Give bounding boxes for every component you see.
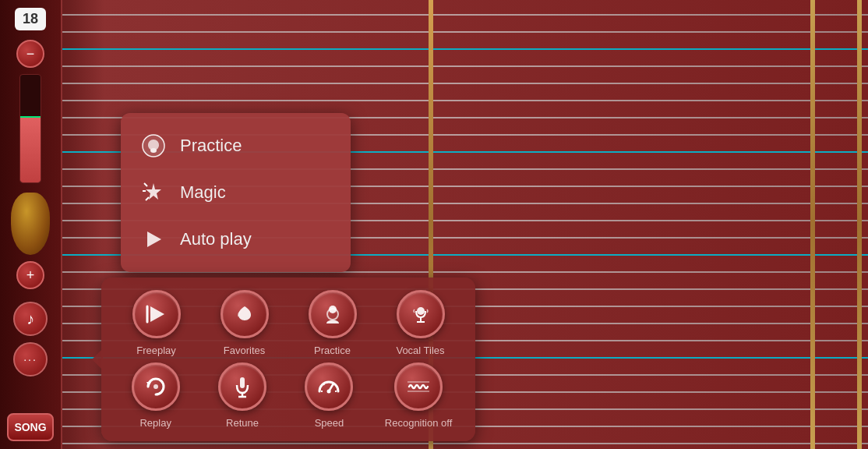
toolbar-top-row: Freeplay Favorites Practice — [117, 290, 460, 356]
recognition-button[interactable] — [394, 362, 443, 411]
plus-icon: + — [26, 267, 35, 284]
svg-line-21 — [333, 384, 334, 385]
vocal-tiles-item[interactable]: Vocal Tiles — [390, 290, 452, 356]
bottom-toolbar: Freeplay Favorites Practice — [101, 278, 475, 441]
vocal-tiles-icon — [408, 302, 433, 327]
favorites-label: Favorites — [224, 345, 265, 356]
volume-down-button[interactable]: − — [16, 40, 44, 68]
svg-point-17 — [327, 390, 331, 394]
recognition-icon — [406, 374, 431, 399]
speed-button[interactable] — [305, 362, 353, 411]
mode-menu: Practice Magic Auto play — [121, 113, 351, 272]
practice-toolbar-icon — [320, 302, 345, 327]
svg-line-4 — [146, 197, 149, 200]
magic-icon — [139, 179, 168, 207]
minus-icon: − — [26, 46, 35, 62]
favorites-button[interactable] — [221, 290, 269, 338]
favorites-item[interactable]: Favorites — [213, 290, 276, 356]
ornament-decoration — [11, 193, 50, 255]
replay-button[interactable] — [132, 362, 180, 411]
retune-button[interactable] — [218, 362, 266, 411]
retune-label: Retune — [226, 417, 259, 429]
replay-icon — [143, 374, 168, 399]
replay-item[interactable]: Replay — [125, 362, 187, 429]
toolbar-arrow — [92, 348, 103, 370]
more-options-button[interactable]: ··· — [13, 342, 48, 377]
left-panel: 18 − + ♪ ··· SONG — [0, 0, 62, 449]
practice-item[interactable]: Practice — [302, 290, 364, 356]
svg-line-2 — [144, 183, 147, 186]
speed-icon — [316, 374, 341, 399]
dots-icon: ··· — [23, 353, 37, 366]
freeplay-button[interactable] — [132, 290, 181, 338]
music-button[interactable]: ♪ — [13, 302, 48, 336]
number-badge: 18 — [15, 8, 46, 30]
svg-line-20 — [323, 384, 324, 385]
vocal-tiles-button[interactable] — [397, 290, 445, 338]
speed-label: Speed — [315, 417, 344, 429]
retune-icon — [230, 374, 255, 399]
mode-item-autoplay[interactable]: Auto play — [121, 216, 351, 263]
toolbar-bottom-row: Replay Retune — [117, 362, 460, 429]
freeplay-label: Freeplay — [136, 345, 176, 356]
volume-slider[interactable] — [19, 74, 41, 183]
magic-mode-label: Magic — [180, 182, 226, 203]
freeplay-icon — [144, 302, 169, 327]
speed-item[interactable]: Speed — [298, 362, 360, 429]
recognition-item[interactable]: Recognition off — [385, 362, 453, 429]
favorites-icon — [232, 302, 257, 327]
recognition-label: Recognition off — [385, 417, 453, 429]
practice-toolbar-label: Practice — [314, 345, 351, 356]
autoplay-mode-label: Auto play — [180, 229, 252, 249]
svg-point-8 — [417, 307, 425, 315]
svg-point-1 — [150, 148, 157, 153]
practice-button[interactable] — [309, 290, 357, 338]
song-button[interactable]: SONG — [7, 413, 54, 441]
music-note-icon: ♪ — [26, 310, 34, 328]
mode-item-magic[interactable]: Magic — [121, 169, 351, 216]
svg-point-12 — [153, 384, 158, 389]
svg-marker-5 — [147, 232, 161, 247]
replay-label: Replay — [139, 417, 171, 429]
autoplay-icon — [139, 225, 168, 253]
practice-icon — [139, 132, 168, 160]
retune-item[interactable]: Retune — [211, 362, 273, 429]
svg-rect-13 — [240, 377, 245, 388]
vocal-tiles-label: Vocal Tiles — [396, 345, 444, 356]
mode-item-practice[interactable]: Practice — [121, 122, 351, 169]
practice-mode-label: Practice — [180, 136, 242, 156]
freeplay-item[interactable]: Freeplay — [125, 290, 188, 356]
volume-up-button[interactable]: + — [16, 261, 44, 289]
